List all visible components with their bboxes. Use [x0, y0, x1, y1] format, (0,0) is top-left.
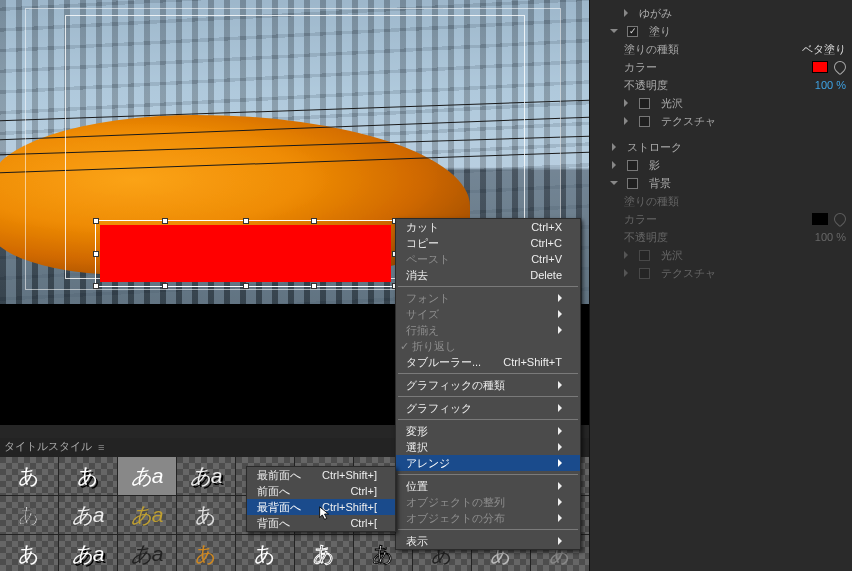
resize-handle[interactable]: [243, 218, 249, 224]
eyedropper-icon[interactable]: [834, 61, 846, 73]
panel-menu-icon[interactable]: ≡: [98, 441, 104, 453]
arrange-submenu: 最前面へCtrl+Shift+] 前面へCtrl+] 最背面へCtrl+Shif…: [246, 466, 396, 532]
bg-texture-checkbox: [639, 268, 650, 279]
fill-type-value[interactable]: ベタ塗り: [802, 42, 846, 57]
shadow-label: 影: [649, 158, 660, 173]
fill-color-swatch[interactable]: [812, 61, 828, 73]
style-swatch[interactable]: あa: [177, 457, 235, 495]
bg-color-swatch: [812, 213, 828, 225]
bg-color-label: カラー: [624, 212, 657, 227]
menu-select[interactable]: 選択: [396, 439, 580, 455]
fill-opacity-label: 不透明度: [624, 78, 668, 93]
menu-transform[interactable]: 変形: [396, 423, 580, 439]
style-swatch[interactable]: あ: [0, 496, 58, 534]
menu-graphic-type[interactable]: グラフィックの種類: [396, 377, 580, 393]
style-swatch[interactable]: あa: [118, 535, 176, 571]
style-swatch[interactable]: あ: [177, 535, 235, 571]
texture-checkbox[interactable]: [639, 116, 650, 127]
gloss-checkbox[interactable]: [639, 98, 650, 109]
bg-opacity-value: 100 %: [815, 231, 846, 243]
menu-arrange[interactable]: アレンジ: [396, 455, 580, 471]
style-swatch[interactable]: あa: [59, 496, 117, 534]
resize-handle[interactable]: [162, 218, 168, 224]
fill-opacity-value[interactable]: 100 %: [815, 79, 846, 91]
menu-position[interactable]: 位置: [396, 478, 580, 494]
disclosure-icon[interactable]: [624, 99, 628, 107]
bg-checkbox[interactable]: [627, 178, 638, 189]
resize-handle[interactable]: [93, 218, 99, 224]
context-menu: カットCtrl+X コピーCtrl+C ペーストCtrl+V 消去Delete …: [395, 218, 581, 550]
menu-distribute-objects: オブジェクトの分布: [396, 510, 580, 526]
fill-type-label: 塗りの種類: [624, 42, 679, 57]
bg-opacity-label: 不透明度: [624, 230, 668, 245]
style-swatch[interactable]: あ: [0, 457, 58, 495]
menu-view[interactable]: 表示: [396, 533, 580, 549]
style-swatch[interactable]: あ: [295, 535, 353, 571]
resize-handle[interactable]: [93, 251, 99, 257]
fill-checkbox[interactable]: ✓: [627, 26, 638, 37]
resize-handle[interactable]: [162, 283, 168, 289]
disclosure-icon[interactable]: [612, 161, 616, 169]
bg-texture-label: テクスチャ: [661, 266, 716, 281]
selection-box[interactable]: [95, 220, 396, 287]
disclosure-icon: [624, 269, 628, 277]
stroke-label: ストローク: [627, 140, 682, 155]
menu-tab-ruler[interactable]: タブルーラー...Ctrl+Shift+T: [396, 354, 580, 370]
bg-label: 背景: [649, 176, 671, 191]
style-swatch[interactable]: あ: [177, 496, 235, 534]
disclosure-icon[interactable]: [610, 29, 618, 33]
menu-send-backward[interactable]: 背面へCtrl+[: [247, 515, 395, 531]
style-swatch[interactable]: あa: [118, 457, 176, 495]
menu-graphic[interactable]: グラフィック: [396, 400, 580, 416]
menu-cut[interactable]: カットCtrl+X: [396, 219, 580, 235]
menu-bring-to-front[interactable]: 最前面へCtrl+Shift+]: [247, 467, 395, 483]
bg-gloss-checkbox: [639, 250, 650, 261]
disclosure-icon[interactable]: [610, 181, 618, 185]
disclosure-icon[interactable]: [624, 117, 628, 125]
title-styles-header: タイトルスタイル: [4, 439, 92, 454]
menu-bring-forward[interactable]: 前面へCtrl+]: [247, 483, 395, 499]
menu-font: フォント: [396, 290, 580, 306]
menu-paste: ペーストCtrl+V: [396, 251, 580, 267]
bg-gloss-label: 光沢: [661, 248, 683, 263]
fill-gloss-label: 光沢: [661, 96, 683, 111]
fill-label: 塗り: [649, 24, 671, 39]
resize-handle[interactable]: [311, 283, 317, 289]
menu-wrap: ✓ 折り返し: [396, 338, 580, 354]
shadow-checkbox[interactable]: [627, 160, 638, 171]
menu-clear[interactable]: 消去Delete: [396, 267, 580, 283]
fill-texture-label: テクスチャ: [661, 114, 716, 129]
menu-size: サイズ: [396, 306, 580, 322]
eyedropper-icon: [834, 213, 846, 225]
menu-align: 行揃え: [396, 322, 580, 338]
style-swatch[interactable]: あ: [59, 457, 117, 495]
properties-panel: ゆがみ ✓ 塗り 塗りの種類ベタ塗り カラー 不透明度100 % 光沢 テクスチ…: [589, 0, 852, 571]
style-swatch[interactable]: あa: [59, 535, 117, 571]
fill-color-label: カラー: [624, 60, 657, 75]
menu-copy[interactable]: コピーCtrl+C: [396, 235, 580, 251]
disclosure-icon[interactable]: [624, 9, 628, 17]
style-swatch[interactable]: あa: [118, 496, 176, 534]
disclosure-icon[interactable]: [612, 143, 616, 151]
resize-handle[interactable]: [311, 218, 317, 224]
menu-send-to-back[interactable]: 最背面へCtrl+Shift+[: [247, 499, 395, 515]
resize-handle[interactable]: [93, 283, 99, 289]
disclosure-icon: [624, 251, 628, 259]
bg-type-label: 塗りの種類: [624, 194, 679, 209]
style-swatch[interactable]: あ: [236, 535, 294, 571]
distort-label: ゆがみ: [639, 6, 672, 21]
resize-handle[interactable]: [243, 283, 249, 289]
style-swatch[interactable]: あ: [0, 535, 58, 571]
menu-align-objects: オブジェクトの整列: [396, 494, 580, 510]
